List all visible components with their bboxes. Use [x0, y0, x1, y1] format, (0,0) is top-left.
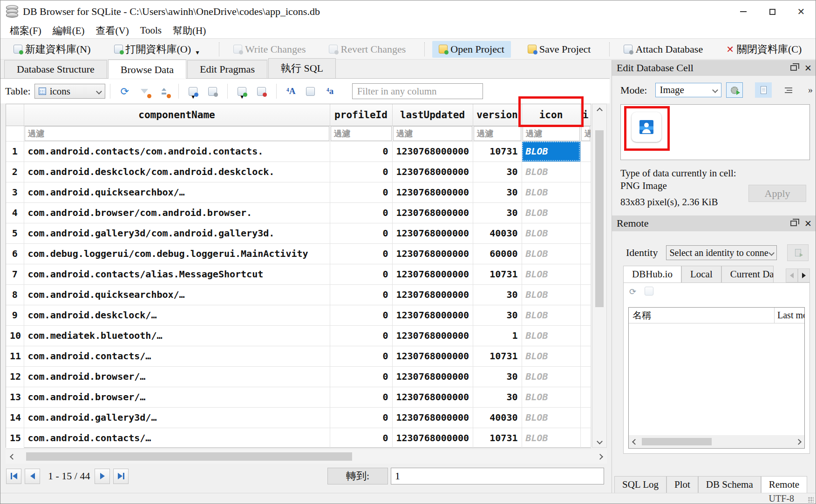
cell-profileId[interactable]: 0 [330, 428, 392, 448]
cell-clipped[interactable] [580, 284, 591, 305]
cell-clipped[interactable] [580, 202, 591, 223]
filter-input[interactable] [352, 83, 483, 99]
cell-clipped[interactable] [580, 428, 591, 448]
cell-clipped[interactable] [580, 346, 591, 366]
menu-item[interactable]: 檔案(F) [5, 23, 48, 38]
cell-componentName[interactable]: com.android.gallery3d/… [24, 407, 330, 428]
filter-input-version[interactable]: 過濾 [474, 126, 521, 141]
dock-tab-sql-log[interactable]: SQL Log [614, 476, 666, 493]
cell-version[interactable]: 30 [473, 182, 522, 202]
menu-item[interactable]: 幫助(H) [168, 23, 212, 38]
goto-button[interactable]: 轉到: [327, 468, 388, 484]
close-panel-icon[interactable]: ✕ [804, 218, 812, 228]
cell-version[interactable]: 30 [473, 366, 522, 387]
cell-clipped[interactable] [580, 305, 591, 325]
open-database-button[interactable]: 打開資料庫(O)▼ [108, 40, 207, 59]
cell-lastUpdated[interactable]: 1230768000000 [392, 182, 473, 202]
row-number[interactable]: 8 [6, 284, 24, 305]
refresh-button[interactable]: ⟳ [117, 83, 133, 99]
identity-select[interactable]: Select an identity to conne [666, 245, 777, 260]
remote-tab-local[interactable]: Local [681, 266, 721, 282]
cell-lastUpdated[interactable]: 1230768000000 [392, 407, 473, 428]
cell-icon[interactable]: BLOB [522, 182, 580, 202]
cell-lastUpdated[interactable]: 1230768000000 [392, 202, 473, 223]
freeze-columns-button[interactable] [156, 83, 172, 99]
clear-filters-button[interactable] [136, 83, 152, 99]
row-number[interactable]: 1 [6, 141, 24, 161]
cell-profileId[interactable]: 0 [330, 325, 392, 346]
cell-icon[interactable]: BLOB [522, 366, 580, 387]
row-number[interactable]: 13 [6, 387, 24, 407]
vertical-scroll-thumb[interactable] [595, 130, 604, 307]
tab-edit-pragmas[interactable]: Edit Pragmas [187, 60, 267, 78]
tab-browse-data[interactable]: Browse Data [108, 60, 186, 79]
grid-horizontal-scrollbar[interactable] [6, 450, 607, 464]
cell-profileId[interactable]: 0 [330, 407, 392, 428]
remote-refresh-icon[interactable]: ⟳ [629, 287, 636, 296]
font-button[interactable]: ⁴A [283, 83, 299, 99]
remote-database-icon[interactable] [645, 287, 653, 296]
cell-componentName[interactable]: com.android.quicksearchbox/… [24, 284, 330, 305]
mode-select[interactable]: Image [655, 83, 721, 97]
remote-list-scrollbar[interactable] [629, 435, 804, 448]
cell-version[interactable]: 30 [473, 284, 522, 305]
cell-icon[interactable]: BLOB [522, 141, 580, 161]
auto-switch-mode-button[interactable] [726, 82, 743, 98]
cell-lastUpdated[interactable]: 1230768000000 [392, 161, 473, 182]
menu-item[interactable]: 查看(V) [91, 23, 136, 38]
scroll-down-icon[interactable] [597, 438, 603, 444]
cell-clipped[interactable] [580, 182, 591, 202]
cell-lastUpdated[interactable]: 1230768000000 [392, 428, 473, 448]
column-header-componentName[interactable]: componentName [24, 104, 330, 126]
cell-version[interactable]: 30 [473, 161, 522, 182]
column-header-icon[interactable]: icon [522, 104, 580, 126]
next-record-button[interactable] [95, 469, 110, 484]
cell-clipped[interactable] [580, 264, 591, 284]
filter-input-lastUpdated[interactable]: 過濾 [393, 126, 472, 141]
tab-scroll-left-button[interactable] [786, 269, 798, 282]
cell-icon[interactable]: BLOB [522, 202, 580, 223]
insert-record-button[interactable]: ▼ [234, 83, 250, 99]
new-database-button[interactable]: 新建資料庫(N) [7, 40, 97, 59]
horizontal-scroll-thumb[interactable] [26, 452, 352, 461]
cell-componentName[interactable]: com.mediatek.bluetooth/… [24, 325, 330, 346]
cell-componentName[interactable]: com.android.quicksearchbox/… [24, 182, 330, 202]
menu-item[interactable]: 編輯(E) [48, 23, 91, 38]
dock-tab-db-schema[interactable]: DB Schema [698, 476, 761, 493]
previous-record-button[interactable] [25, 469, 40, 484]
open-project-button[interactable]: Open Project [432, 41, 510, 58]
column-header-lastUpdated[interactable]: lastUpdated [392, 104, 473, 126]
scroll-left-icon[interactable] [632, 439, 638, 445]
row-number[interactable]: 6 [6, 243, 24, 264]
cell-componentName[interactable]: com.android.contacts/alias.MessageShortc… [24, 264, 330, 284]
cell-version[interactable]: 40030 [473, 407, 522, 428]
cell-icon[interactable]: BLOB [522, 305, 580, 325]
cell-clipped[interactable] [580, 161, 591, 182]
close-button[interactable]: ✕ [787, 0, 816, 23]
cell-clipped[interactable] [580, 243, 591, 264]
apply-button[interactable]: Apply [748, 185, 806, 202]
cell-lastUpdated[interactable]: 1230768000000 [392, 387, 473, 407]
filter-input-componentName[interactable]: 過濾 [25, 126, 329, 141]
cell-lastUpdated[interactable]: 1230768000000 [392, 305, 473, 325]
float-panel-icon[interactable] [790, 221, 797, 226]
row-number[interactable]: 4 [6, 202, 24, 223]
cell-version[interactable]: 10731 [473, 428, 522, 448]
cell-componentName[interactable]: com.android.contacts/com.android.contact… [24, 141, 330, 161]
cell-clipped[interactable] [580, 325, 591, 346]
cell-version[interactable]: 10731 [473, 141, 522, 161]
cell-lastUpdated[interactable]: 1230768000000 [392, 366, 473, 387]
horizontal-scroll-thumb[interactable] [642, 438, 712, 445]
minimize-button[interactable] [729, 0, 758, 23]
menu-item[interactable]: Tools [136, 24, 168, 37]
cell-icon[interactable]: BLOB [522, 428, 580, 448]
cell-clipped[interactable] [580, 141, 591, 161]
scroll-right-icon[interactable] [597, 454, 603, 460]
dropdown-arrow-icon[interactable]: ▼ [239, 94, 245, 100]
column-header-i[interactable]: i [580, 104, 591, 126]
dock-tab-plot[interactable]: Plot [666, 476, 698, 493]
remote-list-column-name[interactable]: 名稱 [629, 308, 775, 323]
close-panel-icon[interactable]: ✕ [804, 63, 812, 73]
cell-profileId[interactable]: 0 [330, 243, 392, 264]
cell-componentName[interactable]: com.android.browser/… [24, 387, 330, 407]
